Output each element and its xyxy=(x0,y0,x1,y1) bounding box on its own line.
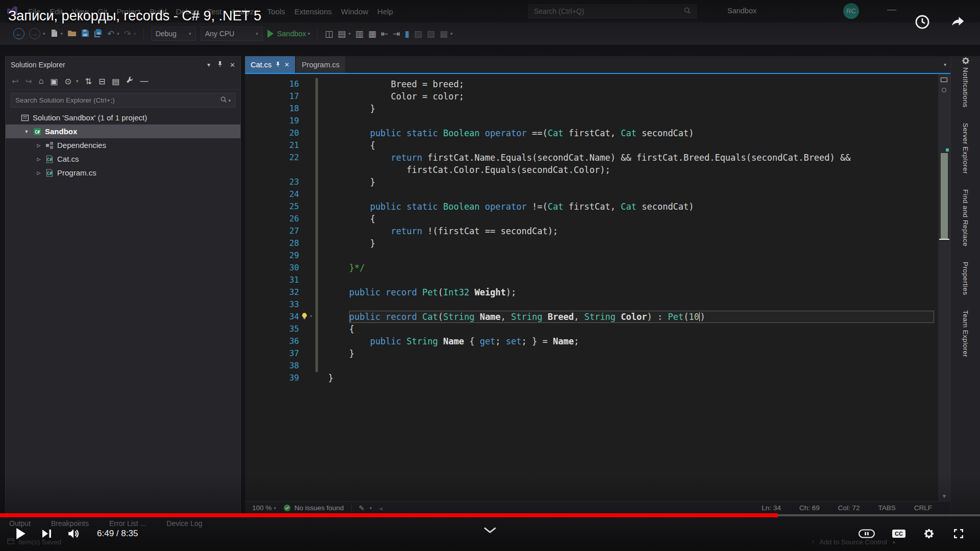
status-line-ending[interactable]: CRLF xyxy=(914,504,932,512)
video-title[interactable]: Записи, рекорды, records - C# 9, .NET 5 xyxy=(8,8,261,24)
tab-program-cs[interactable]: Program.cs xyxy=(296,56,345,73)
scroll-down-arrow-icon[interactable]: ▼ xyxy=(942,493,947,499)
volume-button[interactable] xyxy=(67,528,81,539)
redo-icon[interactable]: ↷ xyxy=(124,30,131,38)
close-icon[interactable]: ✕ xyxy=(230,61,235,69)
side-tab-server-explorer[interactable]: Server Explorer xyxy=(962,123,969,174)
scope-icon[interactable]: ⊙ xyxy=(65,77,71,86)
show-all-files-icon[interactable]: ▤ xyxy=(112,77,119,86)
tab-cat-cs[interactable]: Cat.cs ✕ xyxy=(245,56,295,73)
code-editor[interactable]: 16 Breed = breed;17 Color = color;18 }19… xyxy=(245,74,938,501)
unindent-icon[interactable]: ⇤ xyxy=(381,30,388,38)
properties-wrench-icon[interactable] xyxy=(126,77,133,86)
member-list-icon[interactable]: ▦ xyxy=(368,30,376,38)
save-icon[interactable] xyxy=(81,29,89,39)
subtitles-button[interactable]: CC xyxy=(892,530,905,538)
settings-button[interactable] xyxy=(923,528,935,540)
side-tab-find-and-replace[interactable]: Find and Replace xyxy=(962,189,969,246)
status-line: Ln: 34 xyxy=(762,504,781,512)
redo-caret-icon[interactable]: ▾ xyxy=(134,31,136,36)
side-tab-properties[interactable]: Properties xyxy=(962,262,969,295)
toolbar-overflow-caret-icon[interactable]: ▾ xyxy=(450,31,453,36)
editor-scrollbar[interactable]: ▼ xyxy=(938,74,950,501)
solution-explorer-search-box[interactable]: Search Solution Explorer (Ctrl+;) ▾ xyxy=(11,93,235,108)
share-button[interactable] xyxy=(949,13,967,31)
preview-window-icon[interactable]: ▤ xyxy=(337,30,346,38)
undo-caret-icon[interactable]: ▾ xyxy=(117,31,119,36)
chevron-down-button[interactable] xyxy=(483,527,497,534)
undo-icon[interactable]: ↶ xyxy=(107,30,114,38)
zoom-control[interactable]: 100 % ▾ xyxy=(252,504,276,512)
scope-caret-icon[interactable]: ▾ xyxy=(76,79,79,84)
tree-item-dependencies[interactable]: ▷Dependencies xyxy=(6,138,240,152)
tab-list-caret-icon[interactable]: ▾ xyxy=(944,62,946,67)
code-line: 37 } xyxy=(245,347,938,360)
toolbar-separator xyxy=(143,28,144,40)
minimize-button[interactable]: — xyxy=(887,4,896,15)
extra-tool-icon[interactable]: ▩ xyxy=(439,30,448,38)
switch-views-icon[interactable]: ▣ xyxy=(50,77,58,86)
uncomment-icon[interactable]: ▨ xyxy=(427,30,435,38)
tree-item-cat-cs[interactable]: ▷C#Cat.cs xyxy=(6,152,240,166)
search-options-caret-icon[interactable]: ▾ xyxy=(228,98,231,103)
code-token: firstCat.Color.Equals(secondCat.Color); xyxy=(407,165,610,175)
side-tab-notifications[interactable]: Notifications xyxy=(962,67,969,108)
watch-later-button[interactable] xyxy=(914,13,931,31)
video-progress-bar[interactable] xyxy=(0,513,980,517)
tree-item-solution-sandbox-1-of-1-project[interactable]: Solution 'Sandbox' (1 of 1 project) xyxy=(6,111,240,124)
code-cleanup-icon[interactable]: ✎ xyxy=(359,504,364,512)
autoplay-toggle[interactable] xyxy=(859,529,875,538)
tree-item-label: Program.cs xyxy=(57,168,96,177)
start-debugging-button[interactable]: Sandbox ▾ xyxy=(267,30,310,38)
home-icon[interactable]: ⌂ xyxy=(39,77,44,86)
close-icon[interactable]: ✕ xyxy=(284,61,289,68)
code-health-indicator[interactable]: No issues found xyxy=(283,504,344,512)
code-line: 33 xyxy=(245,298,938,311)
split-editor-handle[interactable] xyxy=(941,78,947,82)
collapse-all-icon[interactable]: ⊟ xyxy=(99,77,105,86)
solution-configuration-dropdown[interactable]: Debug ▾ xyxy=(151,27,196,41)
preview-selected-items-icon[interactable]: — xyxy=(140,77,148,86)
quick-search-box[interactable]: Search (Ctrl+Q) xyxy=(528,4,697,18)
quick-actions-lightbulb[interactable]: ▾ xyxy=(300,312,312,320)
side-tab-team-explorer[interactable]: Team Explorer xyxy=(962,310,969,357)
back-icon[interactable]: ↩ xyxy=(12,77,18,86)
preview-caret-icon[interactable]: ▾ xyxy=(349,31,351,36)
panel-menu-chevron-icon[interactable]: ▾ xyxy=(207,61,210,68)
menu-item-window[interactable]: Window xyxy=(336,5,373,18)
code-token: ; xyxy=(574,336,579,346)
menu-item-extensions[interactable]: Extensions xyxy=(290,5,336,18)
bookmark-icon[interactable]: ▮ xyxy=(405,30,409,38)
code-cleanup-caret-icon[interactable]: ▾ xyxy=(370,506,372,511)
save-all-icon[interactable] xyxy=(94,29,103,39)
sync-with-active-document-icon[interactable]: ⇅ xyxy=(85,77,92,86)
pin-icon[interactable] xyxy=(276,61,280,69)
status-indent-mode[interactable]: TABS xyxy=(878,504,895,512)
solution-platform-dropdown[interactable]: Any CPU ▾ xyxy=(201,27,263,41)
forward-icon[interactable]: ↪ xyxy=(25,77,32,86)
navigate-backward-button[interactable]: ← xyxy=(13,28,24,39)
scrollbar-thumb[interactable] xyxy=(941,153,948,239)
outline-icon[interactable]: ▥ xyxy=(355,30,363,38)
restore-icon[interactable]: ◂ xyxy=(379,504,382,512)
navigate-dropdown-caret-icon[interactable]: ▾ xyxy=(43,31,45,36)
play-button[interactable] xyxy=(15,528,27,540)
tree-item-program-cs[interactable]: ▷C#Program.cs xyxy=(6,166,240,180)
navigate-forward-button[interactable]: → xyxy=(29,28,40,39)
menu-item-help[interactable]: Help xyxy=(373,5,398,18)
tree-item-sandbox[interactable]: ▼C#Sandbox xyxy=(6,124,240,138)
gear-icon[interactable] xyxy=(961,58,970,67)
comment-out-icon[interactable]: ▧ xyxy=(414,30,422,38)
fullscreen-button[interactable] xyxy=(952,528,965,540)
next-button[interactable] xyxy=(42,529,52,539)
open-folder-icon[interactable] xyxy=(67,30,77,38)
pin-icon[interactable] xyxy=(217,61,223,69)
new-file-caret-icon[interactable]: ▾ xyxy=(61,31,63,36)
navigate-window-icon[interactable]: ◫ xyxy=(325,30,333,38)
account-avatar[interactable]: RC xyxy=(843,3,859,19)
menu-item-tools[interactable]: Tools xyxy=(263,5,290,18)
indent-icon[interactable]: ⇥ xyxy=(393,30,400,38)
scrollbar-options-icon[interactable] xyxy=(942,88,946,92)
new-file-icon[interactable] xyxy=(50,29,58,39)
code-token: operator xyxy=(485,202,532,212)
